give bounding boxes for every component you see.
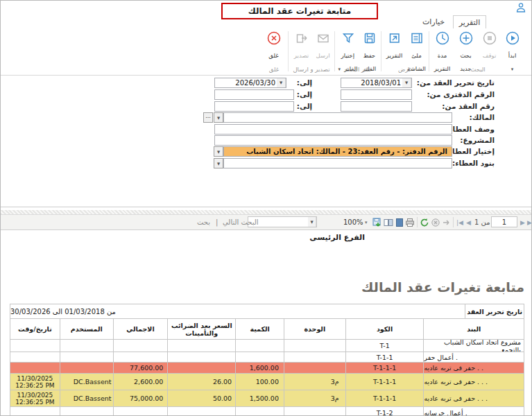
- save-icon: [358, 31, 381, 47]
- header-datetime: تاريخ/وقت: [10, 319, 60, 339]
- book-no-to-field[interactable]: [214, 89, 294, 100]
- page-number-input[interactable]: 1: [491, 216, 517, 227]
- refresh-icon[interactable]: [420, 215, 429, 229]
- cell-item: . . حفر فى تربه عاديه: [423, 363, 524, 373]
- group-label-search: البحث: [430, 66, 526, 73]
- cell-unit: م3: [284, 390, 345, 406]
- new-search-button[interactable]: بحث جديد: [454, 30, 477, 64]
- table-row-highlight-yellow: 11/30/202512:36:25 PM DC.Bassent 2,600.0…: [10, 374, 524, 390]
- book-no-from-field[interactable]: [341, 89, 412, 100]
- to-label: إلى:: [295, 89, 314, 100]
- contract-no-to-field[interactable]: [214, 101, 294, 112]
- cell-code: T-1-2: [345, 407, 424, 416]
- close-button[interactable]: غلق: [262, 30, 285, 64]
- chevron-down-icon[interactable]: ▼: [402, 78, 411, 87]
- tender-choice-combo[interactable]: الرقم الدفتر: - رقم العقد:23 - المالك: ا…: [223, 146, 452, 157]
- export-save-icon[interactable]: [372, 215, 382, 229]
- group-separator: [288, 31, 289, 71]
- cell-total: 75,000.00: [113, 390, 168, 406]
- tender-items-combo[interactable]: [223, 158, 452, 168]
- two-page-view-icon[interactable]: [384, 215, 393, 229]
- save-filter-button[interactable]: حفظ الفلتر: [358, 30, 381, 64]
- table-header-row: تاريخ/وقت المستخدم الاجمالي السعر بعد ال…: [10, 319, 524, 340]
- cell-code: T-1-1-1: [345, 390, 424, 406]
- cell-price: 26.00: [167, 374, 235, 390]
- cell-total: 77,600.00: [113, 363, 168, 373]
- export-button[interactable]: تصدير: [290, 30, 313, 64]
- cell-user: DC.Bassent: [60, 390, 113, 406]
- filter-funnel-icon: [336, 31, 359, 47]
- send-button[interactable]: ارسل: [311, 30, 334, 64]
- group-separator: [381, 31, 381, 71]
- table-row-highlight-red: 77,600.00 1,600.00 T-1-1-1 . . حفر فى تر…: [10, 363, 524, 374]
- branch-label: الفرع الرئيسى: [289, 233, 365, 242]
- zoom-level[interactable]: 100%: [343, 215, 363, 229]
- chevron-down-icon[interactable]: ▼: [214, 112, 223, 123]
- meta-value: من 01/03/2018 الى 30/03/2026: [10, 304, 465, 318]
- start-button[interactable]: ابدأ ▾: [501, 30, 524, 64]
- to-label: إلى:: [295, 101, 314, 112]
- report-duration-button[interactable]: مدة التقرير: [431, 30, 454, 64]
- cell-item: . . . حفر فى تربه عاديه: [423, 390, 524, 406]
- prev-page-button[interactable]: ◀: [466, 215, 471, 229]
- header-price: السعر بعد الضرائب والتأمينات: [167, 319, 235, 339]
- chevron-down-icon[interactable]: ▼: [214, 146, 223, 157]
- search-link[interactable]: بحث: [197, 215, 210, 229]
- date-from-field[interactable]: 2018/03/01 ▼: [341, 78, 412, 88]
- tender-desc-field[interactable]: [214, 124, 452, 135]
- report-doc-icon: [383, 31, 406, 47]
- date-to-value: 2026/03/30: [235, 78, 275, 87]
- table-row: T-1-2 . أعمال خرسانه: [10, 407, 524, 416]
- cell-datetime: 11/30/202512:36:25 PM: [10, 390, 60, 406]
- tab-options[interactable]: خيارات: [417, 15, 450, 28]
- tab-report-label: التقرير: [459, 18, 481, 27]
- header-unit: الوحدة: [284, 319, 345, 339]
- toolbar-separator: [453, 217, 454, 227]
- single-page-view-icon[interactable]: [395, 215, 404, 229]
- window-title: متابعة تغيرات عقد المالك: [248, 6, 351, 16]
- choose-filter-button[interactable]: إختيار الفلتر ▾: [336, 30, 359, 64]
- cell-qty: 1,500.00: [235, 390, 284, 406]
- contract-no-from-field[interactable]: [341, 101, 412, 112]
- owner-combo[interactable]: [223, 112, 452, 123]
- header-code: الكود: [345, 319, 424, 339]
- project-field[interactable]: [214, 135, 452, 146]
- cell-item: . . . حفر فى تربه عاديه: [423, 374, 524, 390]
- user-icon[interactable]: [515, 2, 526, 13]
- first-page-button[interactable]: |◀: [456, 215, 463, 229]
- report-view-label: التقرير: [386, 52, 403, 59]
- table-row-highlight-yellow: 11/30/202512:36:25 PM DC.Bassent 75,000.…: [10, 390, 524, 407]
- tab-report[interactable]: التقرير: [453, 15, 486, 28]
- cell-item: . أعمال خرسانه: [423, 407, 524, 416]
- ribbon-group-view: التقرير ملئ الشاشة عرض: [382, 30, 428, 73]
- fullscreen-button[interactable]: ملئ الشاشة: [405, 30, 428, 64]
- export-icon: [290, 31, 313, 47]
- search-next-link[interactable]: البحث التالي: [223, 215, 259, 229]
- close-icon: [262, 31, 285, 47]
- envelope-icon: [311, 31, 334, 47]
- stop-button[interactable]: توقف: [478, 30, 501, 64]
- chevron-down-icon[interactable]: ▼: [214, 158, 223, 168]
- report-view-button[interactable]: التقرير: [383, 30, 406, 64]
- cancel-icon[interactable]: [431, 215, 440, 229]
- browse-ellipsis-button[interactable]: ...: [203, 112, 213, 123]
- plus-circle-icon: [454, 31, 477, 47]
- group-label-export-send: تصدير و ارسال: [289, 66, 334, 73]
- splitter-line[interactable]: [1, 207, 532, 207]
- screen-icon: [405, 31, 428, 47]
- zoom-dropdown-icon[interactable]: ▾: [365, 215, 368, 229]
- chevron-down-icon[interactable]: ▼: [277, 78, 286, 87]
- send-button-label: ارسل: [316, 52, 329, 59]
- cell-code: T-1-1-1: [345, 374, 424, 390]
- date-to-field[interactable]: 2026/03/30 ▼: [214, 78, 286, 88]
- close-button-label: غلق: [268, 52, 278, 59]
- chevron-down-icon[interactable]: ▼: [308, 217, 316, 227]
- cell-price: 50.00: [167, 390, 235, 406]
- next-page-button[interactable]: ▶: [520, 215, 525, 229]
- last-page-button[interactable]: ▶|: [527, 215, 532, 229]
- tab-options-label: خيارات: [422, 17, 445, 26]
- forward-arrow-icon[interactable]: [442, 215, 452, 229]
- print-icon[interactable]: [405, 215, 415, 229]
- table-row: T-1-1 . أعمال حفر: [10, 352, 524, 363]
- report-meta-row: من 01/03/2018 الى 30/03/2026 تاريخ تحرير…: [10, 304, 524, 319]
